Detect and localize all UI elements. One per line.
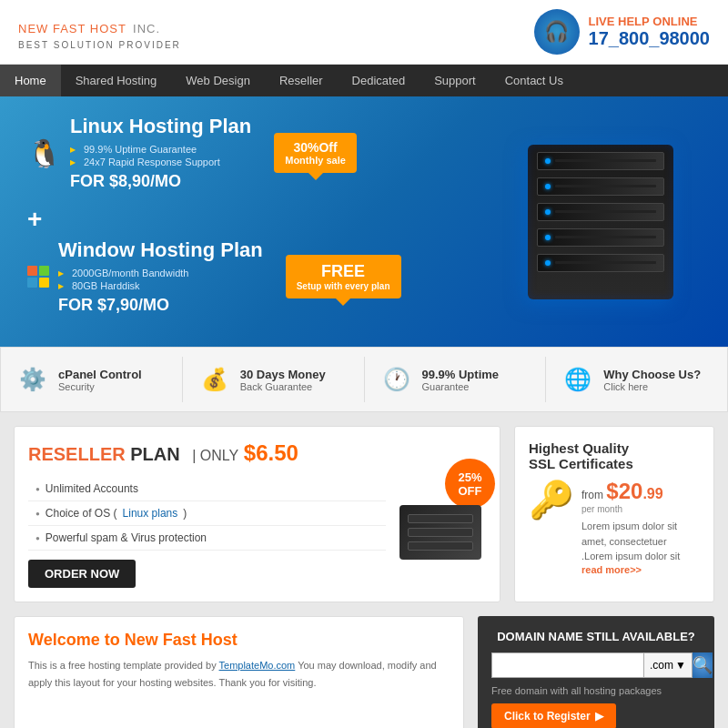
- nav-contact[interactable]: Contact Us: [490, 65, 578, 96]
- reseller-title: RESELLER PLAN | ONLY $6.50: [28, 444, 298, 464]
- server-drive-3: [537, 203, 664, 221]
- server-tower: [528, 145, 673, 299]
- drive-light: [545, 158, 551, 164]
- windows-feature-1: 2000GB/month Bandwidth: [58, 268, 263, 278]
- dropdown-arrow-icon: ▼: [675, 659, 686, 672]
- phone-number: 17_800_98000: [589, 28, 710, 49]
- windows-plan-title: Window Hosting Plan: [58, 238, 263, 262]
- domain-search-button[interactable]: 🔍: [693, 652, 713, 678]
- server-drive-4: [537, 228, 664, 247]
- live-help-label: LIVE HELP ONLINE: [589, 15, 710, 28]
- nav-support[interactable]: Support: [420, 65, 490, 96]
- linux-plans-link[interactable]: Linux plans: [123, 507, 178, 520]
- ssl-text: from $20.99 per month Lorem ipsum dolor …: [581, 479, 700, 575]
- arrow-icon: ▶: [595, 710, 603, 723]
- domain-extension[interactable]: .com ▼: [644, 652, 693, 678]
- reseller-features: Unlimited Accounts Choice of OS (Linux p…: [28, 477, 386, 588]
- linux-plan: 🐧 Linux Hosting Plan 99.9% Uptime Guaran…: [27, 115, 500, 191]
- penguin-icon: 🐧: [27, 137, 61, 169]
- main-nav: Home Shared Hosting Web Design Reseller …: [0, 65, 728, 96]
- drive-light: [545, 184, 551, 189]
- feature-money-title: 30 Days Money: [240, 368, 326, 381]
- domain-title: DOMAIN NAME STILL AVAILABLE?: [491, 630, 701, 643]
- feature-uptime-sub: Guarantee: [422, 381, 500, 392]
- nav-dedicated[interactable]: Dedicated: [338, 65, 420, 96]
- feature-uptime-title: 99.9% Uptime: [422, 368, 500, 381]
- windows-logo-icon: [27, 266, 49, 288]
- linux-plan-title: Linux Hosting Plan: [70, 115, 251, 138]
- drive-slot: [555, 261, 656, 264]
- nav-web-design[interactable]: Web Design: [171, 65, 265, 96]
- server-drive-1: [537, 152, 664, 170]
- reseller-section: RESELLER PLAN | ONLY $6.50 Unlimited Acc…: [14, 426, 500, 602]
- feature-cpanel-title: cPanel Control: [58, 368, 142, 381]
- welcome-section: Welcome to New Fast Host This is a free …: [14, 616, 464, 728]
- domain-input-row: .com ▼ 🔍: [491, 652, 701, 678]
- reseller-header: RESELLER PLAN | ONLY $6.50: [28, 440, 486, 466]
- drive-light: [545, 235, 551, 240]
- reseller-body: Unlimited Accounts Choice of OS (Linux p…: [28, 477, 486, 588]
- feature-money-sub: Back Guarantee: [240, 381, 326, 392]
- feature-uptime[interactable]: 🕐 99.9% Uptime Guarantee: [365, 357, 547, 402]
- feature-why-sub: Click here: [603, 381, 701, 392]
- drive-slot: [555, 185, 656, 187]
- hero-content: 🐧 Linux Hosting Plan 99.9% Uptime Guaran…: [27, 115, 500, 329]
- ssl-body: 🔑 from $20.99 per month Lorem ipsum dolo…: [529, 479, 700, 575]
- nav-reseller[interactable]: Reseller: [265, 65, 338, 96]
- ssl-read-more[interactable]: read more>>: [581, 564, 700, 575]
- domain-search-input[interactable]: [491, 652, 644, 678]
- drive-slot: [555, 236, 656, 238]
- live-help-area: 🎧 LIVE HELP ONLINE 17_800_98000: [534, 9, 710, 55]
- hero-banner: 🐧 Linux Hosting Plan 99.9% Uptime Guaran…: [0, 96, 728, 347]
- linux-discount-badge: 30%Off Monthly sale: [274, 133, 357, 173]
- feature-why-title: Why Choose Us?: [603, 368, 701, 381]
- logo-main: NEW FAST HOST INC.: [18, 15, 181, 38]
- money-icon: 💰: [197, 361, 233, 398]
- linux-price: FOR $8,90/MO: [70, 172, 251, 191]
- nav-home[interactable]: Home: [0, 65, 61, 96]
- welcome-title: Welcome to New Fast Host: [28, 631, 450, 650]
- logo-area: NEW FAST HOST INC. BEST SOLUTION PROVIDE…: [18, 15, 181, 50]
- plus-divider: +: [27, 205, 500, 234]
- ssl-description: Lorem ipsum dolor sit amet, consectetuer…: [581, 519, 700, 564]
- windows-feature-2: 80GB Harddisk: [58, 280, 263, 291]
- ssl-section: Highest Quality SSL Certificates 🔑 from …: [514, 426, 714, 602]
- ssl-title: Highest Quality SSL Certificates: [529, 440, 700, 471]
- hero-server-image: [500, 115, 701, 329]
- header: NEW FAST HOST INC. BEST SOLUTION PROVIDE…: [0, 0, 728, 65]
- nav-shared-hosting[interactable]: Shared Hosting: [61, 65, 172, 96]
- welcome-text: This is a free hosting template provided…: [28, 657, 450, 691]
- templatemo-link[interactable]: TemplateMo.com: [219, 660, 296, 671]
- discount-badge: 25% OFF: [445, 459, 495, 509]
- domain-search-box: DOMAIN NAME STILL AVAILABLE? .com ▼ 🔍 Fr…: [478, 616, 714, 728]
- cpanel-icon: ⚙️: [15, 361, 51, 398]
- bottom-section: Welcome to New Fast Host This is a free …: [0, 616, 728, 728]
- main-content: RESELLER PLAN | ONLY $6.50 Unlimited Acc…: [0, 412, 728, 616]
- drive-light: [545, 209, 551, 215]
- why-icon: 🌐: [560, 361, 596, 398]
- uptime-icon: 🕐: [379, 361, 415, 398]
- drive-slot: [555, 159, 656, 162]
- feature-money[interactable]: 💰 30 Days Money Back Guarantee: [183, 357, 365, 402]
- order-button[interactable]: ORDER NOW: [28, 560, 136, 588]
- windows-plan: Window Hosting Plan 2000GB/month Bandwid…: [27, 238, 500, 315]
- linux-feature-1: 99.9% Uptime Guarantee: [70, 144, 251, 155]
- key-icon: 🔑: [529, 479, 574, 575]
- reseller-feature-3: Powerful spam & Virus protection: [28, 526, 386, 551]
- reseller-feature-2: Choice of OS (Linux plans): [28, 501, 386, 526]
- feature-cpanel[interactable]: ⚙️ cPanel Control Security: [1, 357, 183, 402]
- domain-free-text: Free domain with all hosting packages: [491, 685, 701, 696]
- server-drive-2: [537, 177, 664, 196]
- windows-free-badge: FREE Setup with every plan: [286, 255, 401, 298]
- reseller-server-image: 25% OFF: [395, 477, 486, 588]
- reseller-feature-1: Unlimited Accounts: [28, 477, 386, 501]
- domain-register-button[interactable]: Click to Register ▶: [491, 703, 616, 728]
- feature-why[interactable]: 🌐 Why Choose Us? Click here: [546, 357, 727, 402]
- drive-slot: [555, 210, 656, 213]
- logo-tagline: BEST SOLUTION PROVIDER: [18, 40, 181, 50]
- drive-light: [545, 260, 551, 266]
- windows-price: FOR $7,90/MO: [58, 296, 263, 315]
- server-small-image: [399, 505, 481, 560]
- server-drive-5: [537, 254, 664, 272]
- features-bar: ⚙️ cPanel Control Security 💰 30 Days Mon…: [0, 347, 728, 412]
